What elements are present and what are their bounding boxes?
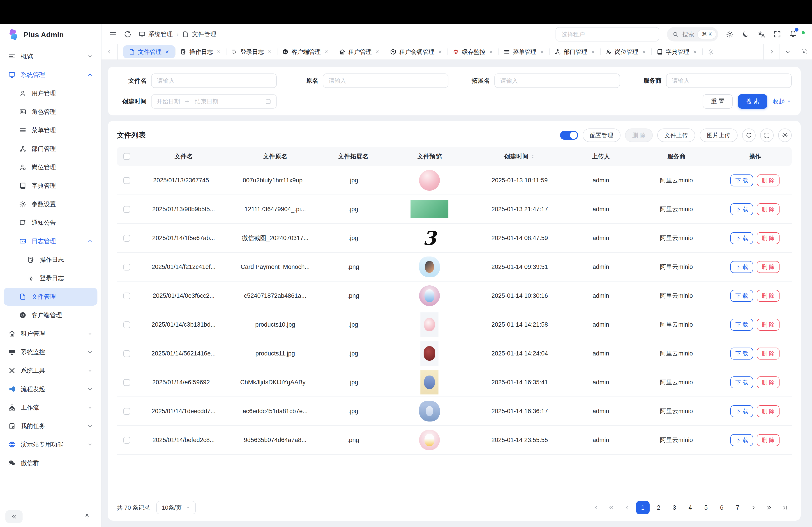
row-checkbox[interactable]: [124, 321, 130, 328]
delete-button[interactable]: 删 除: [757, 261, 780, 273]
toolbar-button-图片上传[interactable]: 图片上传: [700, 129, 738, 142]
sidebar-item-微信群[interactable]: 微信群: [4, 454, 98, 472]
tabs-dropdown-button[interactable]: [780, 44, 796, 60]
column-header-创建时间[interactable]: 创建时间: [472, 147, 567, 166]
sidebar-item-租户管理[interactable]: 租户管理: [4, 325, 98, 343]
language-translate-icon[interactable]: [757, 30, 766, 38]
filter-input-服务商[interactable]: [666, 74, 792, 88]
toolbar-button-文件上传[interactable]: 文件上传: [657, 129, 695, 142]
sidebar-item-字典管理[interactable]: 字典管理: [4, 177, 98, 195]
sidebar-item-部门管理[interactable]: 部门管理: [4, 140, 98, 158]
select-all-checkbox[interactable]: [124, 153, 130, 160]
delete-button[interactable]: 删 除: [757, 175, 780, 186]
hamburger-icon[interactable]: [109, 30, 117, 38]
pager-page-7[interactable]: 7: [731, 501, 744, 514]
tab-菜单管理[interactable]: 菜单管理: [498, 44, 549, 60]
tab-操作日志[interactable]: 操作日志: [175, 44, 226, 60]
delete-button[interactable]: 删 除: [757, 319, 780, 331]
pager-back-5-button[interactable]: [605, 501, 618, 514]
tabs-scroll-right-button[interactable]: [763, 44, 780, 60]
sidebar-item-通知公告[interactable]: 通知公告: [4, 214, 98, 232]
pager-last-page-button[interactable]: [778, 501, 792, 514]
file-preview-thumbnail[interactable]: [419, 285, 440, 306]
tab-岗位管理[interactable]: 岗位管理: [600, 44, 651, 60]
sidebar-item-演示站专用功能[interactable]: 演示站专用功能: [4, 436, 98, 453]
download-button[interactable]: 下 载: [730, 405, 753, 417]
download-button[interactable]: 下 载: [730, 175, 753, 186]
sidebar-item-系统工具[interactable]: 系统工具: [4, 362, 98, 380]
sidebar-collapse-button[interactable]: [5, 510, 23, 523]
tenant-select-input[interactable]: [555, 27, 659, 42]
download-button[interactable]: 下 载: [730, 203, 753, 215]
download-button[interactable]: 下 载: [730, 261, 753, 273]
tab-字典管理[interactable]: 字典管理: [651, 44, 702, 60]
pager-page-2[interactable]: 2: [652, 501, 665, 514]
fullscreen-icon[interactable]: [773, 30, 781, 38]
breadcrumb-item-current[interactable]: 文件管理: [182, 30, 216, 38]
file-preview-thumbnail[interactable]: [410, 200, 448, 218]
delete-button[interactable]: 删 除: [757, 203, 780, 215]
row-checkbox[interactable]: [124, 264, 130, 270]
download-button[interactable]: 下 载: [730, 290, 753, 302]
sidebar-item-文件管理[interactable]: 文件管理: [4, 288, 98, 306]
delete-button[interactable]: 删 除: [757, 434, 780, 446]
sidebar-item-登录日志[interactable]: 登录日志: [4, 269, 98, 287]
tab-租户套餐管理[interactable]: 租户套餐管理: [385, 44, 448, 60]
collapse-filters-link[interactable]: 收起: [773, 97, 792, 105]
sidebar-item-系统监控[interactable]: 系统监控: [4, 343, 98, 361]
tab-clipped[interactable]: [702, 44, 716, 60]
sidebar-pin-button[interactable]: [78, 510, 96, 523]
toolbar-expand-button[interactable]: [760, 129, 774, 142]
sidebar-item-岗位管理[interactable]: 岗位管理: [4, 158, 98, 176]
dark-mode-moon-icon[interactable]: [742, 30, 750, 38]
tab-登录日志[interactable]: 登录日志: [226, 44, 277, 60]
tab-缓存监控[interactable]: 缓存监控: [448, 44, 498, 60]
row-checkbox[interactable]: [124, 379, 130, 386]
download-button[interactable]: 下 载: [730, 232, 753, 244]
file-preview-thumbnail[interactable]: [419, 257, 440, 277]
sidebar-item-流程发起[interactable]: 流程发起: [4, 380, 98, 398]
pager-page-6[interactable]: 6: [715, 501, 728, 514]
sidebar-item-我的任务[interactable]: 我的任务: [4, 417, 98, 435]
tab-租户管理[interactable]: 租户管理: [334, 44, 385, 60]
file-preview-thumbnail[interactable]: [420, 370, 438, 394]
row-checkbox[interactable]: [124, 235, 130, 242]
tabs-fullscreen-button[interactable]: [796, 44, 812, 60]
file-preview-thumbnail[interactable]: [419, 430, 440, 450]
row-checkbox[interactable]: [124, 350, 130, 357]
tabs-scroll-left-button[interactable]: [102, 44, 118, 60]
file-preview-thumbnail[interactable]: [420, 312, 438, 337]
toolbar-refresh-button[interactable]: [742, 129, 756, 142]
download-button[interactable]: 下 载: [730, 348, 753, 360]
toggle-switch[interactable]: [560, 131, 578, 140]
sidebar-item-概览[interactable]: 概览: [4, 47, 98, 65]
delete-button[interactable]: 删 除: [757, 232, 780, 244]
tab-部门管理[interactable]: 部门管理: [549, 44, 600, 60]
notifications-button[interactable]: [789, 29, 797, 39]
row-checkbox[interactable]: [124, 292, 130, 299]
refresh-icon[interactable]: [124, 30, 132, 38]
file-preview-thumbnail[interactable]: 3: [419, 226, 440, 250]
sidebar-item-客户端管理[interactable]: 客户端管理: [4, 306, 98, 324]
download-button[interactable]: 下 载: [730, 376, 753, 388]
sidebar-item-操作日志[interactable]: 操作日志: [4, 251, 98, 269]
pager-page-3[interactable]: 3: [668, 501, 681, 514]
row-checkbox[interactable]: [124, 408, 130, 415]
filter-input-拓展名[interactable]: [494, 74, 620, 88]
global-search-button[interactable]: 搜索 ⌘ K: [667, 27, 718, 42]
tab-文件管理[interactable]: 文件管理: [123, 45, 175, 58]
date-range-picker[interactable]: 开始日期 结束日期: [151, 94, 277, 109]
pager-first-page-button[interactable]: [589, 501, 602, 514]
row-checkbox[interactable]: [124, 177, 130, 184]
sidebar-item-菜单管理[interactable]: 菜单管理: [4, 121, 98, 139]
settings-gear-icon[interactable]: [726, 30, 734, 38]
pager-forward-5-button[interactable]: [763, 501, 776, 514]
pager-page-1[interactable]: 1: [636, 501, 650, 514]
sidebar-item-参数设置[interactable]: 参数设置: [4, 195, 98, 213]
pager-page-4[interactable]: 4: [683, 501, 697, 514]
toolbar-gear-button[interactable]: [778, 129, 792, 142]
sidebar-item-工作流[interactable]: 工作流: [4, 398, 98, 417]
delete-button[interactable]: 删 除: [757, 376, 780, 388]
reset-button[interactable]: 重 置: [702, 94, 733, 109]
download-button[interactable]: 下 载: [730, 319, 753, 331]
